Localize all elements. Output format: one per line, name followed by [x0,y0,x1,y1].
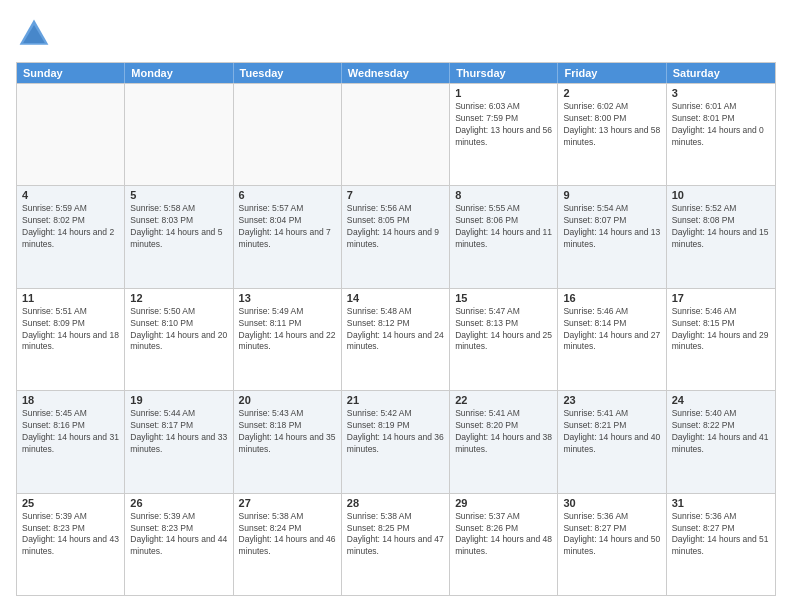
calendar-cell [342,84,450,185]
day-info: Sunrise: 5:36 AMSunset: 8:27 PMDaylight:… [563,511,660,559]
calendar-cell: 22Sunrise: 5:41 AMSunset: 8:20 PMDayligh… [450,391,558,492]
day-number: 13 [239,292,336,304]
day-info: Sunrise: 5:41 AMSunset: 8:21 PMDaylight:… [563,408,660,456]
day-info: Sunrise: 5:43 AMSunset: 8:18 PMDaylight:… [239,408,336,456]
day-info: Sunrise: 6:02 AMSunset: 8:00 PMDaylight:… [563,101,660,149]
calendar-cell: 12Sunrise: 5:50 AMSunset: 8:10 PMDayligh… [125,289,233,390]
calendar-cell: 7Sunrise: 5:56 AMSunset: 8:05 PMDaylight… [342,186,450,287]
day-number: 17 [672,292,770,304]
calendar-cell: 10Sunrise: 5:52 AMSunset: 8:08 PMDayligh… [667,186,775,287]
day-number: 24 [672,394,770,406]
calendar-cell: 11Sunrise: 5:51 AMSunset: 8:09 PMDayligh… [17,289,125,390]
calendar-cell: 4Sunrise: 5:59 AMSunset: 8:02 PMDaylight… [17,186,125,287]
calendar: SundayMondayTuesdayWednesdayThursdayFrid… [16,62,776,596]
day-number: 21 [347,394,444,406]
day-info: Sunrise: 5:39 AMSunset: 8:23 PMDaylight:… [22,511,119,559]
calendar-header-cell: Friday [558,63,666,83]
day-number: 9 [563,189,660,201]
calendar-cell: 20Sunrise: 5:43 AMSunset: 8:18 PMDayligh… [234,391,342,492]
calendar-cell: 19Sunrise: 5:44 AMSunset: 8:17 PMDayligh… [125,391,233,492]
header [16,16,776,52]
day-number: 23 [563,394,660,406]
calendar-header-cell: Saturday [667,63,775,83]
day-number: 18 [22,394,119,406]
calendar-cell: 29Sunrise: 5:37 AMSunset: 8:26 PMDayligh… [450,494,558,595]
calendar-cell: 2Sunrise: 6:02 AMSunset: 8:00 PMDaylight… [558,84,666,185]
calendar-cell: 27Sunrise: 5:38 AMSunset: 8:24 PMDayligh… [234,494,342,595]
day-number: 5 [130,189,227,201]
day-number: 29 [455,497,552,509]
calendar-cell: 28Sunrise: 5:38 AMSunset: 8:25 PMDayligh… [342,494,450,595]
day-info: Sunrise: 5:41 AMSunset: 8:20 PMDaylight:… [455,408,552,456]
day-info: Sunrise: 5:44 AMSunset: 8:17 PMDaylight:… [130,408,227,456]
day-info: Sunrise: 5:47 AMSunset: 8:13 PMDaylight:… [455,306,552,354]
day-number: 27 [239,497,336,509]
day-info: Sunrise: 5:48 AMSunset: 8:12 PMDaylight:… [347,306,444,354]
calendar-cell: 3Sunrise: 6:01 AMSunset: 8:01 PMDaylight… [667,84,775,185]
day-info: Sunrise: 5:42 AMSunset: 8:19 PMDaylight:… [347,408,444,456]
day-info: Sunrise: 5:58 AMSunset: 8:03 PMDaylight:… [130,203,227,251]
day-number: 10 [672,189,770,201]
calendar-cell [17,84,125,185]
day-info: Sunrise: 5:39 AMSunset: 8:23 PMDaylight:… [130,511,227,559]
calendar-header: SundayMondayTuesdayWednesdayThursdayFrid… [17,63,775,83]
calendar-cell: 25Sunrise: 5:39 AMSunset: 8:23 PMDayligh… [17,494,125,595]
day-info: Sunrise: 5:40 AMSunset: 8:22 PMDaylight:… [672,408,770,456]
day-info: Sunrise: 5:51 AMSunset: 8:09 PMDaylight:… [22,306,119,354]
day-number: 28 [347,497,444,509]
calendar-cell: 8Sunrise: 5:55 AMSunset: 8:06 PMDaylight… [450,186,558,287]
calendar-row: 25Sunrise: 5:39 AMSunset: 8:23 PMDayligh… [17,493,775,595]
day-number: 4 [22,189,119,201]
day-number: 15 [455,292,552,304]
day-info: Sunrise: 5:37 AMSunset: 8:26 PMDaylight:… [455,511,552,559]
calendar-cell [125,84,233,185]
day-number: 20 [239,394,336,406]
day-number: 2 [563,87,660,99]
calendar-cell: 30Sunrise: 5:36 AMSunset: 8:27 PMDayligh… [558,494,666,595]
day-info: Sunrise: 5:46 AMSunset: 8:15 PMDaylight:… [672,306,770,354]
day-number: 31 [672,497,770,509]
calendar-cell: 9Sunrise: 5:54 AMSunset: 8:07 PMDaylight… [558,186,666,287]
day-number: 11 [22,292,119,304]
calendar-row: 11Sunrise: 5:51 AMSunset: 8:09 PMDayligh… [17,288,775,390]
calendar-row: 4Sunrise: 5:59 AMSunset: 8:02 PMDaylight… [17,185,775,287]
day-info: Sunrise: 5:45 AMSunset: 8:16 PMDaylight:… [22,408,119,456]
day-info: Sunrise: 5:52 AMSunset: 8:08 PMDaylight:… [672,203,770,251]
day-info: Sunrise: 5:38 AMSunset: 8:24 PMDaylight:… [239,511,336,559]
day-number: 26 [130,497,227,509]
day-number: 22 [455,394,552,406]
day-info: Sunrise: 5:49 AMSunset: 8:11 PMDaylight:… [239,306,336,354]
calendar-cell: 14Sunrise: 5:48 AMSunset: 8:12 PMDayligh… [342,289,450,390]
calendar-body: 1Sunrise: 6:03 AMSunset: 7:59 PMDaylight… [17,83,775,595]
day-info: Sunrise: 6:03 AMSunset: 7:59 PMDaylight:… [455,101,552,149]
day-info: Sunrise: 5:46 AMSunset: 8:14 PMDaylight:… [563,306,660,354]
day-number: 7 [347,189,444,201]
day-number: 1 [455,87,552,99]
calendar-cell: 18Sunrise: 5:45 AMSunset: 8:16 PMDayligh… [17,391,125,492]
day-number: 6 [239,189,336,201]
calendar-cell [234,84,342,185]
day-number: 19 [130,394,227,406]
day-number: 8 [455,189,552,201]
calendar-cell: 23Sunrise: 5:41 AMSunset: 8:21 PMDayligh… [558,391,666,492]
calendar-header-cell: Thursday [450,63,558,83]
logo [16,16,56,52]
calendar-cell: 16Sunrise: 5:46 AMSunset: 8:14 PMDayligh… [558,289,666,390]
day-info: Sunrise: 5:56 AMSunset: 8:05 PMDaylight:… [347,203,444,251]
day-info: Sunrise: 5:50 AMSunset: 8:10 PMDaylight:… [130,306,227,354]
day-info: Sunrise: 5:36 AMSunset: 8:27 PMDaylight:… [672,511,770,559]
calendar-cell: 15Sunrise: 5:47 AMSunset: 8:13 PMDayligh… [450,289,558,390]
calendar-cell: 17Sunrise: 5:46 AMSunset: 8:15 PMDayligh… [667,289,775,390]
day-number: 30 [563,497,660,509]
day-info: Sunrise: 5:55 AMSunset: 8:06 PMDaylight:… [455,203,552,251]
day-number: 25 [22,497,119,509]
day-number: 12 [130,292,227,304]
calendar-cell: 21Sunrise: 5:42 AMSunset: 8:19 PMDayligh… [342,391,450,492]
calendar-cell: 5Sunrise: 5:58 AMSunset: 8:03 PMDaylight… [125,186,233,287]
day-info: Sunrise: 5:59 AMSunset: 8:02 PMDaylight:… [22,203,119,251]
calendar-cell: 6Sunrise: 5:57 AMSunset: 8:04 PMDaylight… [234,186,342,287]
day-number: 14 [347,292,444,304]
day-info: Sunrise: 5:38 AMSunset: 8:25 PMDaylight:… [347,511,444,559]
calendar-header-cell: Monday [125,63,233,83]
calendar-cell: 1Sunrise: 6:03 AMSunset: 7:59 PMDaylight… [450,84,558,185]
